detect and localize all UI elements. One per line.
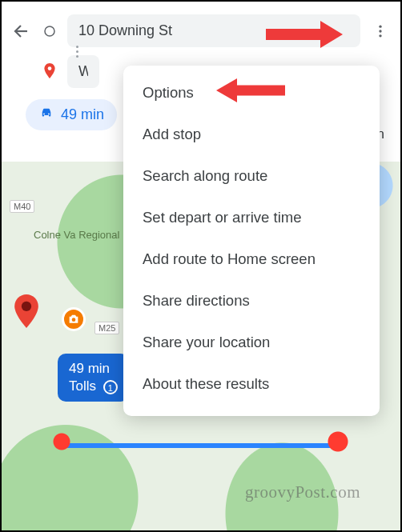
map-label-m40: M40 bbox=[10, 200, 34, 213]
annotation-arrow-to-more bbox=[266, 21, 343, 48]
svg-point-1 bbox=[72, 318, 76, 322]
map-destination-pin[interactable] bbox=[14, 294, 38, 318]
route-duration-text: 49 min bbox=[69, 360, 118, 378]
svg-point-5 bbox=[379, 34, 381, 37]
menu-item-share-location[interactable]: Share your location bbox=[123, 322, 380, 363]
origin-waypoint-icon bbox=[42, 24, 58, 38]
route-tolls-count-badge: 1 bbox=[103, 380, 118, 394]
annotation-arrow-to-options bbox=[216, 78, 285, 102]
svg-point-4 bbox=[379, 30, 381, 32]
car-icon bbox=[38, 106, 54, 124]
speed-camera-icon[interactable] bbox=[62, 307, 86, 331]
waypoint-connector-dots bbox=[76, 46, 78, 58]
menu-item-set-depart-arrive[interactable]: Set depart or arrive time bbox=[123, 197, 380, 238]
svg-point-7 bbox=[43, 114, 45, 115]
destination-waypoint-icon bbox=[42, 63, 58, 81]
watermark-text: groovyPost.com bbox=[245, 482, 360, 502]
svg-point-2 bbox=[45, 26, 54, 36]
svg-point-8 bbox=[48, 114, 50, 115]
menu-item-add-to-home[interactable]: Add route to Home screen bbox=[123, 238, 380, 280]
route-duration-tooltip[interactable]: 49 min Tolls 1 bbox=[58, 354, 129, 402]
back-button[interactable] bbox=[11, 21, 32, 42]
drive-time-text: 49 min bbox=[61, 106, 104, 123]
destination-input[interactable] bbox=[67, 55, 99, 88]
map-label-m25: M25 bbox=[94, 322, 119, 334]
menu-item-about-results[interactable]: About these results bbox=[123, 363, 380, 405]
menu-item-share-directions[interactable]: Share directions bbox=[123, 280, 380, 322]
svg-point-3 bbox=[379, 25, 381, 27]
menu-item-search-along-route[interactable]: Search along route bbox=[123, 155, 380, 197]
route-tolls-text: Tolls bbox=[69, 378, 96, 394]
svg-point-0 bbox=[22, 302, 31, 311]
map-label-region: Colne Va Regional bbox=[34, 229, 119, 241]
menu-item-add-stop[interactable]: Add stop bbox=[123, 114, 380, 155]
travel-mode-drive-chip[interactable]: 49 min bbox=[26, 99, 117, 130]
more-options-button[interactable] bbox=[370, 21, 391, 42]
overflow-menu: Options Add stop Search along route Set … bbox=[123, 66, 380, 416]
svg-point-6 bbox=[48, 66, 52, 70]
